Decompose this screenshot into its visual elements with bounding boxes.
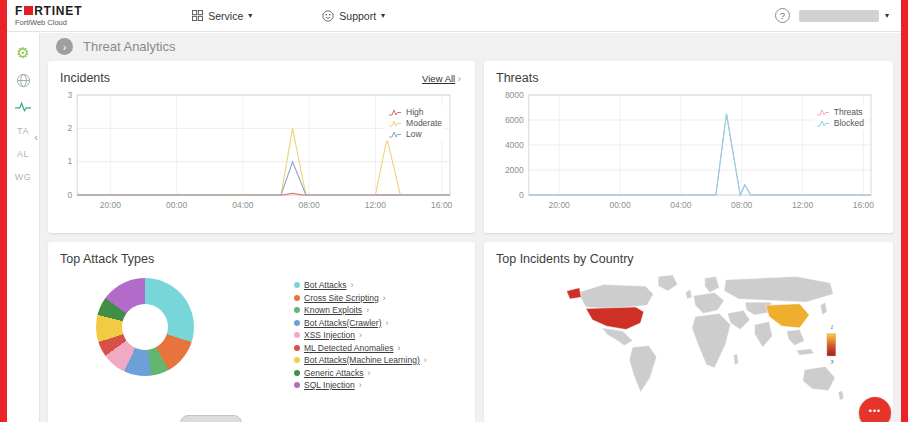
threats-title: Threats [496, 71, 881, 85]
svg-text:20:00: 20:00 [100, 200, 122, 210]
page-title: Threat Analytics [83, 39, 176, 54]
attack-type-link[interactable]: Generic Attacks› [294, 368, 427, 378]
legend-dot [294, 370, 300, 376]
map-base-countries [577, 275, 843, 400]
brand-prefix: F [15, 5, 23, 17]
incidents-title: Incidents [60, 71, 463, 85]
attack-type-label: Generic Attacks [304, 368, 364, 378]
attack-type-link[interactable]: XSS Injection› [294, 330, 427, 340]
right-red-edge [901, 0, 908, 422]
service-menu[interactable]: Service ▾ [192, 10, 252, 22]
brand-suffix: RTINET [34, 5, 82, 17]
svg-text:12:00: 12:00 [792, 200, 814, 210]
support-icon [322, 10, 334, 22]
legend-item[interactable]: Threats [816, 107, 864, 117]
chevron-right-icon: › [359, 330, 362, 340]
chat-icon: ••• [869, 406, 881, 416]
attack-types-panel: Top Attack Types Bot Attacks›Cross Site … [48, 242, 475, 422]
attack-types-body: Bot Attacks›Cross Site Scripting›Known E… [60, 278, 463, 390]
world-map: 1 3 [496, 270, 881, 405]
svg-text:08:00: 08:00 [299, 200, 321, 210]
legend-label: Blocked [834, 118, 864, 128]
attack-type-label: Bot Attacks(Crawler) [304, 318, 381, 328]
gear-icon[interactable]: ⚙ [16, 45, 29, 60]
expand-menu-button[interactable]: › [56, 38, 73, 55]
legend-item[interactable]: Blocked [816, 118, 864, 128]
legend-dot [294, 307, 300, 313]
attack-type-link[interactable]: Bot Attacks(Crawler)› [294, 318, 427, 328]
svg-text:8000: 8000 [505, 90, 524, 100]
legend-line-icon [388, 108, 402, 117]
topbar: FRTINET FortiWeb Cloud Service ▾ Support… [7, 0, 901, 32]
account-menu[interactable]: ▾ [799, 10, 889, 22]
main-content: › Threat Analytics Incidents View All › … [40, 33, 901, 422]
sidebar-item-ta[interactable]: TA [17, 126, 29, 136]
help-icon[interactable]: ? [775, 8, 790, 23]
legend-item[interactable]: High [388, 107, 442, 117]
pulse-icon[interactable] [15, 101, 32, 113]
attack-type-link[interactable]: Known Exploits› [294, 305, 427, 315]
fortinet-logo: FRTINET FortiWeb Cloud [15, 5, 82, 27]
country-map-panel: Top Incidents by Country [484, 242, 893, 422]
chevron-down-icon: ▾ [381, 11, 385, 20]
svg-text:04:00: 04:00 [232, 200, 254, 210]
attack-type-label: Bot Attacks [304, 280, 347, 290]
svg-text:0: 0 [67, 190, 72, 200]
brand-text: FRTINET [15, 5, 82, 17]
svg-text:00:00: 00:00 [166, 200, 188, 210]
attack-type-label: XSS Injection [304, 330, 355, 340]
product-name: FortiWeb Cloud [15, 19, 82, 27]
attack-type-label: Cross Site Scripting [304, 293, 379, 303]
legend-label: Low [406, 129, 422, 139]
legend-line-icon [816, 108, 830, 117]
attack-type-label: Bot Attacks(Machine Learning) [304, 355, 420, 365]
legend-item[interactable]: Moderate [388, 118, 442, 128]
sidebar-item-al[interactable]: AL [17, 149, 29, 159]
sidebar-collapse-handle[interactable]: ‹ [34, 131, 38, 143]
attack-type-label: ML Detected Anomalies [304, 343, 393, 353]
chevron-right-icon: › [366, 305, 369, 315]
svg-text:00:00: 00:00 [609, 200, 631, 210]
globe-icon[interactable] [16, 73, 31, 88]
map-china[interactable] [765, 304, 808, 328]
chat-widget[interactable]: ••• [859, 397, 891, 422]
world-map-svg[interactable]: 1 3 [554, 270, 854, 405]
incidents-panel: Incidents View All › 012320:0000:0004:00… [48, 61, 475, 233]
attack-types-donut[interactable] [96, 278, 194, 376]
legend-item[interactable]: Low [388, 129, 442, 139]
attack-type-label: SQL Injection [304, 380, 355, 390]
country-map-title: Top Incidents by Country [496, 252, 881, 266]
attack-type-link[interactable]: ML Detected Anomalies› [294, 343, 427, 353]
sidebar-item-wg[interactable]: WG [15, 172, 32, 182]
page-header: › Threat Analytics [40, 33, 901, 61]
chevron-right-icon: › [385, 318, 388, 328]
account-name-redacted [799, 10, 879, 22]
legend-line-icon [388, 130, 402, 139]
attack-panel-button[interactable] [180, 415, 242, 422]
svg-text:1: 1 [67, 156, 72, 166]
svg-text:2000: 2000 [505, 165, 524, 175]
fortinet-logo-mark [24, 6, 33, 15]
view-all-link[interactable]: View All › [422, 73, 461, 84]
legend-label: Threats [834, 107, 863, 117]
attack-type-link[interactable]: Cross Site Scripting› [294, 293, 427, 303]
attack-type-link[interactable]: SQL Injection› [294, 380, 427, 390]
svg-text:4000: 4000 [505, 140, 524, 150]
attack-types-title: Top Attack Types [60, 252, 463, 266]
legend-dot [294, 282, 300, 288]
legend-label: Moderate [406, 118, 442, 128]
support-label: Support [339, 10, 376, 22]
chevron-right-icon: › [368, 368, 371, 378]
attack-type-link[interactable]: Bot Attacks› [294, 280, 427, 290]
svg-text:0: 0 [519, 190, 524, 200]
attack-types-legend: Bot Attacks›Cross Site Scripting›Known E… [294, 278, 427, 390]
donut-hole [122, 304, 168, 350]
svg-text:12:00: 12:00 [365, 200, 387, 210]
support-menu[interactable]: Support ▾ [322, 10, 385, 22]
chevron-right-icon: › [351, 280, 354, 290]
legend-line-icon [388, 119, 402, 128]
svg-text:16:00: 16:00 [853, 200, 875, 210]
attack-type-link[interactable]: Bot Attacks(Machine Learning)› [294, 355, 427, 365]
svg-text:16:00: 16:00 [431, 200, 453, 210]
svg-text:2: 2 [67, 123, 72, 133]
